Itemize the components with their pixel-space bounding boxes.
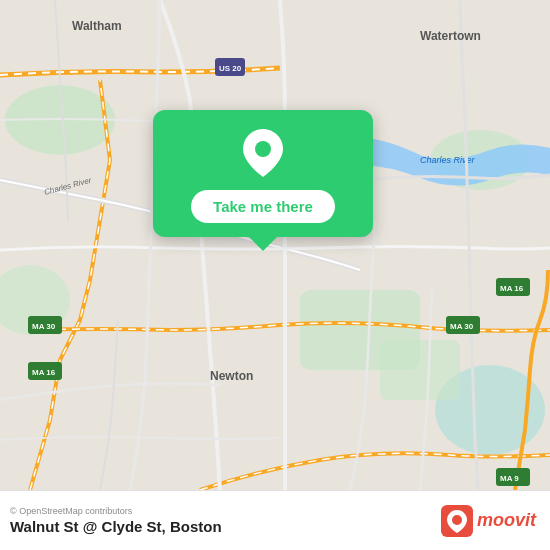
moovit-brand-label: moovit [477,510,536,531]
svg-text:Waltham: Waltham [72,19,122,33]
location-info: © OpenStreetMap contributors Walnut St @… [10,506,222,535]
location-pin-icon [238,128,288,178]
location-name: Walnut St @ Clyde St, Boston [10,518,222,535]
svg-text:MA 30: MA 30 [450,322,474,331]
map-view[interactable]: Charles River [0,0,550,490]
svg-text:Newton: Newton [210,369,253,383]
svg-text:MA 30: MA 30 [32,322,56,331]
svg-text:US 20: US 20 [219,64,242,73]
moovit-logo: moovit [441,505,536,537]
moovit-brand-icon [441,505,473,537]
svg-text:MA 9: MA 9 [500,474,519,483]
map-attribution: © OpenStreetMap contributors [10,506,222,516]
bottom-bar: © OpenStreetMap contributors Walnut St @… [0,490,550,550]
svg-point-26 [452,515,462,525]
svg-text:MA 16: MA 16 [32,368,56,377]
svg-rect-6 [380,340,460,400]
take-me-there-button[interactable]: Take me there [191,190,335,223]
svg-text:MA 16: MA 16 [500,284,524,293]
svg-point-24 [255,141,271,157]
location-popup: Take me there [153,110,373,237]
svg-text:Watertown: Watertown [420,29,481,43]
